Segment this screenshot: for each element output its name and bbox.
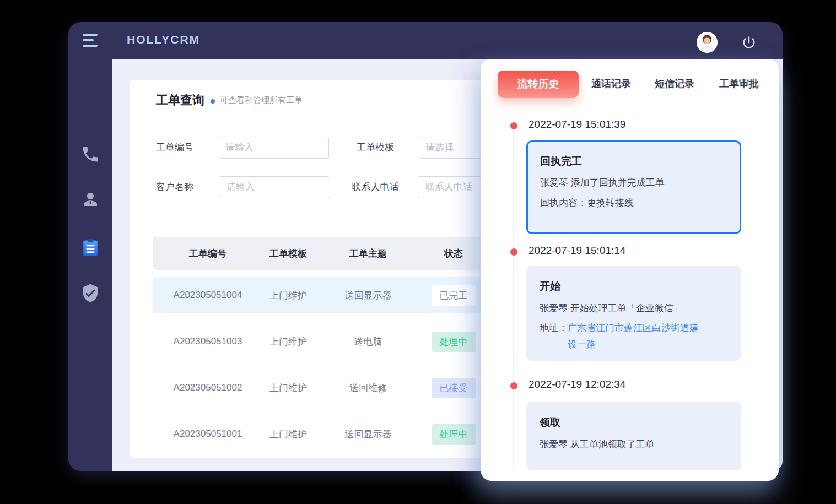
col-header: 状态 bbox=[423, 247, 484, 260]
cell-subject: 送回显示器 bbox=[314, 289, 423, 302]
cell-order-no: A202305051001 bbox=[153, 429, 263, 440]
col-header: 工单模板 bbox=[263, 247, 314, 260]
customer-name-label: 客户名称 bbox=[156, 176, 193, 198]
history-panel: 流转历史 通话记录 短信记录 工单审批 2022-07-19 15:01:39 … bbox=[481, 59, 779, 481]
col-header: 工单编号 bbox=[153, 247, 263, 260]
cell-order-no: A202305051003 bbox=[153, 336, 263, 347]
phone-icon[interactable] bbox=[80, 144, 100, 164]
customer-name-input[interactable] bbox=[219, 176, 330, 198]
timeline-dot bbox=[510, 382, 517, 389]
timeline-timestamp: 2022-07-19 12:02:34 bbox=[528, 378, 625, 391]
timeline-line bbox=[513, 127, 514, 469]
tab-circulation-history[interactable]: 流转历史 bbox=[498, 71, 579, 98]
power-icon[interactable] bbox=[741, 35, 757, 50]
timeline-timestamp: 2022-07-19 15:01:14 bbox=[528, 245, 625, 257]
cell-template: 上门维护 bbox=[263, 382, 314, 394]
cell-order-no: A202305051004 bbox=[153, 290, 263, 301]
menu-icon[interactable] bbox=[83, 34, 98, 48]
user-avatar[interactable] bbox=[697, 32, 718, 53]
template-label: 工单模板 bbox=[342, 137, 408, 159]
timeline-dot bbox=[510, 122, 517, 129]
status-badge: 已接受 bbox=[432, 378, 476, 398]
address-link[interactable]: 广东省江门市蓬江区白沙街道建设一路 bbox=[568, 320, 706, 353]
subtitle-dot-icon bbox=[211, 99, 215, 104]
tabs-divider bbox=[498, 105, 767, 105]
order-no-label: 工单编号 bbox=[156, 137, 193, 159]
timeline-card-text: 张爱琴 从工单池领取了工单 bbox=[540, 438, 729, 451]
order-no-input[interactable] bbox=[218, 137, 329, 159]
cell-template: 上门维护 bbox=[263, 335, 314, 348]
security-shield-icon[interactable] bbox=[80, 283, 100, 303]
timeline-card-selected[interactable]: 回执完工 张爱琴 添加了回执并完成工单 回执内容：更换转接线 bbox=[526, 140, 741, 234]
cell-subject: 送回维修 bbox=[314, 382, 423, 394]
cell-subject: 送电脑 bbox=[314, 335, 423, 348]
work-orders-icon-active[interactable] bbox=[80, 238, 100, 258]
page-subtitle: 可查看和管理所有工单 bbox=[220, 95, 303, 106]
address-label: 地址： bbox=[540, 320, 568, 353]
col-header: 工单主题 bbox=[314, 247, 423, 260]
status-badge: 处理中 bbox=[432, 424, 476, 445]
tab-order-approval[interactable]: 工单审批 bbox=[719, 77, 759, 90]
top-bar: HOLLYCRM bbox=[68, 22, 783, 59]
cell-template: 上门维护 bbox=[263, 289, 314, 302]
tab-sms-records[interactable]: 短信记录 bbox=[655, 77, 694, 90]
contact-phone-label: 联系人电话 bbox=[342, 176, 408, 198]
timeline-card[interactable]: 开始 张爱琴 开始处理工单「企业微信」 地址： 广东省江门市蓬江区白沙街道建设一… bbox=[526, 266, 741, 361]
page-title: 工单查询 bbox=[156, 92, 204, 109]
customer-icon[interactable] bbox=[80, 189, 100, 209]
cell-subject: 送回显示器 bbox=[314, 428, 423, 441]
cell-template: 上门维护 bbox=[263, 428, 314, 441]
cell-order-no: A202305051002 bbox=[153, 382, 263, 393]
timeline-timestamp: 2022-07-19 15:01:39 bbox=[528, 118, 625, 131]
app-logo: HOLLYCRM bbox=[127, 33, 200, 46]
timeline-card-title: 回执完工 bbox=[540, 154, 729, 169]
sidebar bbox=[68, 59, 112, 471]
status-badge: 已完工 bbox=[432, 285, 476, 306]
timeline-card-text: 张爱琴 添加了回执并完成工单 bbox=[540, 176, 729, 189]
timeline-card-title: 领取 bbox=[540, 415, 729, 430]
timeline-card-text: 回执内容：更换转接线 bbox=[540, 197, 729, 209]
timeline-card-title: 开始 bbox=[540, 279, 729, 294]
tab-call-records[interactable]: 通话记录 bbox=[591, 77, 631, 90]
timeline-dot bbox=[510, 248, 517, 256]
timeline-card[interactable]: 领取 张爱琴 从工单池领取了工单 bbox=[526, 402, 741, 470]
status-badge: 处理中 bbox=[432, 332, 476, 352]
timeline-card-text: 张爱琴 开始处理工单「企业微信」 bbox=[540, 302, 729, 315]
